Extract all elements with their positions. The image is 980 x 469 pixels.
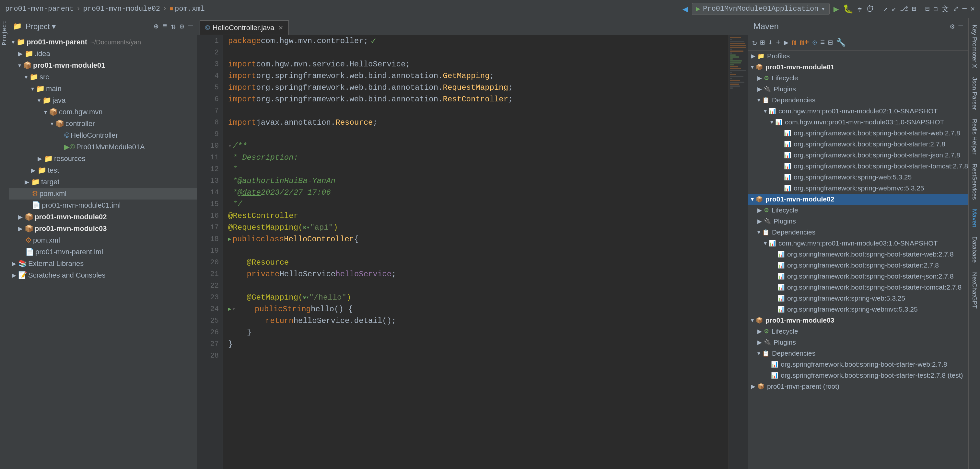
maven-item-deps03[interactable]: ▾ 📋 Dependencies <box>748 348 968 359</box>
tree-item-java[interactable]: ▾ 📁 java <box>9 95 197 106</box>
maven-download-icon[interactable]: ⬇ <box>768 38 773 47</box>
maven-item-lc01[interactable]: ▶ ⚙ Lifecycle <box>748 73 968 84</box>
tree-item-target[interactable]: ▶ 📁 target <box>9 176 197 188</box>
right-tab-redis-helper[interactable]: Redis Helper <box>970 115 979 158</box>
window-icon[interactable]: ◻ <box>933 5 937 13</box>
tree-item-iml01[interactable]: 📄 pro01-mvn-module01.iml <box>9 200 197 211</box>
right-tab-key-promoter[interactable]: Key Promoter X <box>970 21 979 72</box>
maven-item-d25[interactable]: 📊 org.springframework:spring-web:5.3.25 <box>748 293 968 304</box>
tree-item-pom-parent[interactable]: ⚙ pom.xml <box>9 234 197 246</box>
maven-item-m03[interactable]: ▾ 📦 pro01-mvn-module03 <box>748 315 968 326</box>
maven-item-d22[interactable]: 📊 org.springframework.boot:spring-boot-s… <box>748 260 968 271</box>
maven-item-sw6[interactable]: 📊 org.springframework:spring-webmvc:5.3.… <box>748 183 968 194</box>
breadcrumb-item-2[interactable]: pro01-mvn-module02 <box>83 5 160 13</box>
tree-item-root[interactable]: ▾ 📁 pro01-mvn-parent ~/Documents/yan <box>9 36 197 48</box>
maven-item-d24[interactable]: 📊 org.springframework.boot:spring-boot-s… <box>748 282 968 293</box>
maven-item-dep01-1[interactable]: ▾ 📊 com.hgw.mvn:pro01-mvn-module02:1.0-S… <box>748 106 968 117</box>
maven-item-profiles[interactable]: ▶ 📁 Profiles <box>748 51 968 62</box>
tree-item-resources[interactable]: ▶ 📁 resources <box>9 153 197 165</box>
settings-icon[interactable]: ⚙ <box>180 22 184 31</box>
tree-item-hellocontroller[interactable]: © HelloController <box>9 130 197 141</box>
translate-icon[interactable]: 文 <box>942 4 949 14</box>
maven-cycle-icon[interactable]: ⊙ <box>812 38 817 47</box>
maven-item-d26[interactable]: 📊 org.springframework:spring-webmvc:5.3.… <box>748 304 968 315</box>
maven-refresh-icon[interactable]: ↻ <box>752 38 757 47</box>
tree-item-main[interactable]: ▾ 📁 main <box>9 83 197 95</box>
fold-icon-10[interactable]: ▾ <box>228 142 232 149</box>
maven-mm-icon[interactable]: m+ <box>800 38 809 47</box>
tree-item-src[interactable]: ▾ 📁 src <box>9 71 197 83</box>
tree-item-scratches[interactable]: ▶ 📝 Scratches and Consoles <box>9 269 197 281</box>
maven-item-d21[interactable]: 📊 org.springframework.boot:spring-boot-s… <box>748 249 968 260</box>
maven-item-deps01[interactable]: ▾ 📋 Dependencies <box>748 95 968 106</box>
project-tab-label[interactable]: Project <box>1 21 8 45</box>
fold-icon-24[interactable]: ▾ <box>232 305 235 313</box>
layout-icon[interactable]: ⊟ <box>925 5 929 13</box>
profile-button[interactable]: ⏱ <box>866 4 874 14</box>
maven-item-m01[interactable]: ▾ 📦 pro01-mvn-module01 <box>748 62 968 73</box>
history-icon[interactable]: ↙ <box>892 5 896 13</box>
terminal-icon[interactable]: ⊞ <box>912 5 916 13</box>
right-tab-database[interactable]: Database <box>970 232 979 267</box>
locate-icon[interactable]: ⊕ <box>154 22 159 31</box>
maven-item-pl03[interactable]: ▶ 🔌 Plugins <box>748 337 968 348</box>
run-gutter-icon[interactable]: ▶ <box>228 236 231 242</box>
maven-item-lc03[interactable]: ▶ ⚙ Lifecycle <box>748 326 968 337</box>
close-icon[interactable]: ✕ <box>970 5 975 13</box>
maven-item-sw1[interactable]: 📊 org.springframework.boot:spring-boot-s… <box>748 127 968 138</box>
arrow-icon[interactable]: ◀ <box>682 3 688 14</box>
tree-item-module01[interactable]: ▾ 📦 pro01-mvn-module01 <box>9 60 197 71</box>
tree-item-extlibs[interactable]: ▶ 📚 External Libraries <box>9 258 197 269</box>
editor-tab-hellocontroller[interactable]: © HelloController.java ✕ <box>200 21 289 35</box>
coverage-button[interactable]: ☂ <box>857 4 862 14</box>
run-method-icon[interactable]: ▶ <box>228 306 231 312</box>
maven-phase-icon[interactable]: ▶ <box>784 38 789 47</box>
tree-item-module03[interactable]: ▶ 📦 pro01-mvn-module03 <box>9 223 197 234</box>
tree-item-appclass[interactable]: ▶© Pro01MvnModule01A <box>9 141 197 153</box>
maven-item-m02[interactable]: ▾ 📦 pro01-mvn-module02 <box>748 194 968 205</box>
sort-icon[interactable]: ⇅ <box>171 22 176 31</box>
maven-settings-icon[interactable]: ⚙ <box>950 22 955 31</box>
maven-item-sw3[interactable]: 📊 org.springframework.boot:spring-boot-s… <box>748 149 968 161</box>
maven-item-d23[interactable]: 📊 org.springframework.boot:spring-boot-s… <box>748 271 968 282</box>
maven-tree-icon[interactable]: ⊟ <box>828 38 832 47</box>
close-panel-icon[interactable]: ─ <box>188 22 193 31</box>
minimize-icon[interactable]: ─ <box>963 5 967 13</box>
code-content[interactable]: package com.hgw.mvn.controller; ✓ import… <box>223 35 729 469</box>
maven-add-icon[interactable]: ⊞ <box>760 38 765 47</box>
maven-item-deps02[interactable]: ▾ 📋 Dependencies <box>748 227 968 238</box>
tab-close-icon[interactable]: ✕ <box>278 24 283 32</box>
right-tab-rest-services[interactable]: RestServices <box>970 160 979 204</box>
tree-item-pom[interactable]: ⚙ pom.xml <box>9 188 197 200</box>
maven-item-sw4[interactable]: 📊 org.springframework.boot:spring-boot-s… <box>748 161 968 172</box>
right-tab-maven[interactable]: Maven <box>970 205 979 231</box>
debug-button[interactable]: 🐛 <box>843 4 853 14</box>
breadcrumb-item-1[interactable]: pro01-mvn-parent <box>5 5 73 13</box>
right-tab-nexchatgpt[interactable]: NexChatGPT <box>970 268 979 313</box>
maximize-icon[interactable]: ⤢ <box>953 5 959 13</box>
maven-item-sw2[interactable]: 📊 org.springframework.boot:spring-boot-s… <box>748 138 968 149</box>
tree-item-module02[interactable]: ▶ 📦 pro01-mvn-module02 <box>9 211 197 223</box>
maven-item-dep02-1[interactable]: ▾ 📊 com.hgw.mvn:pro01-mvn-module03:1.0-S… <box>748 238 968 249</box>
branch-icon[interactable]: ⎇ <box>900 5 908 13</box>
tree-item-package[interactable]: ▾ 📦 com.hgw.mvn <box>9 106 197 118</box>
maven-item-parent-root[interactable]: ▶ 📦 pro01-mvn-parent (root) <box>748 381 968 392</box>
maven-run-icon[interactable]: + <box>776 38 780 47</box>
maven-m-icon[interactable]: m <box>792 38 796 47</box>
right-tab-json-parser[interactable]: Json Parser <box>970 73 979 114</box>
maven-item-lc02[interactable]: ▶ ⚙ Lifecycle <box>748 205 968 216</box>
run-config-selector[interactable]: ▶ Pro01MvnModule01Application ▾ <box>692 3 830 15</box>
maven-list-icon[interactable]: ≡ <box>820 38 825 47</box>
maven-item-d32[interactable]: 📊 org.springframework.boot:spring-boot-s… <box>748 370 968 381</box>
run-button[interactable]: ▶ <box>834 3 839 14</box>
maven-item-d31[interactable]: 📊 org.springframework.boot:spring-boot-s… <box>748 359 968 370</box>
tree-item-parent-iml[interactable]: 📄 pro01-mvn-parent.iml <box>9 246 197 258</box>
collapse-icon[interactable]: ≡ <box>162 22 167 31</box>
maven-wrench-icon[interactable]: 🔧 <box>836 38 846 47</box>
maven-item-sw5[interactable]: 📊 org.springframework:spring-web:5.3.25 <box>748 172 968 183</box>
tree-item-test[interactable]: ▶ 📁 test <box>9 165 197 176</box>
maven-item-pl01[interactable]: ▶ 🔌 Plugins <box>748 84 968 95</box>
vcs-icon[interactable]: ↗ <box>883 5 888 13</box>
breadcrumb-item-3[interactable]: ■ pom.xml <box>170 5 205 13</box>
tree-item-controller[interactable]: ▾ 📦 controller <box>9 118 197 130</box>
